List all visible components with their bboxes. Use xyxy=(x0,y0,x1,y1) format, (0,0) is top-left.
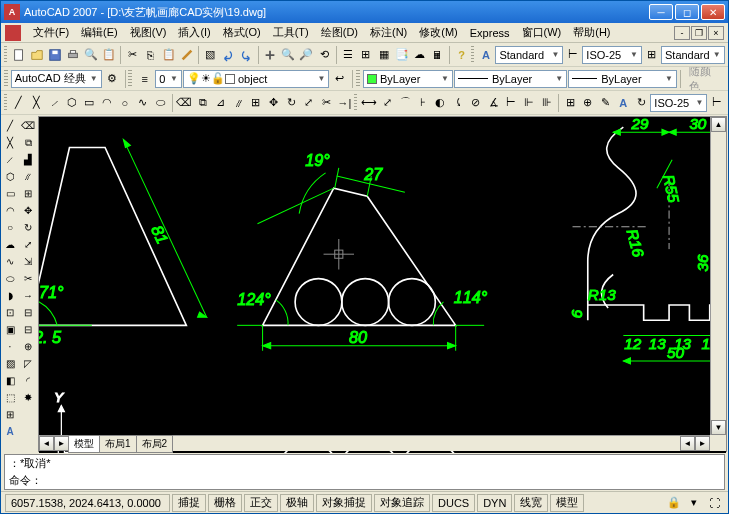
toolbar-grip[interactable] xyxy=(356,70,360,88)
toolbar-grip[interactable] xyxy=(4,94,7,112)
sheet-set-button[interactable]: 📑 xyxy=(393,45,410,65)
pline-button[interactable]: ⟋ xyxy=(46,93,63,113)
calculator-button[interactable]: 🖩 xyxy=(429,45,446,65)
ellipse-button-2[interactable]: ⬭ xyxy=(2,270,19,287)
scroll-right-button[interactable]: ► xyxy=(695,436,710,451)
break-button[interactable]: ⊟ xyxy=(20,321,37,338)
status-comm-icon[interactable]: 🔒 xyxy=(664,493,684,513)
zoom-window-button[interactable]: 🔎 xyxy=(298,45,315,65)
scale-button[interactable]: ⤢ xyxy=(301,93,318,113)
menu-express[interactable]: Express xyxy=(464,25,516,41)
mirror-button-2[interactable]: ▟ xyxy=(20,151,37,168)
menu-dimension[interactable]: 标注(N) xyxy=(364,23,413,42)
menu-tools[interactable]: 工具(T) xyxy=(267,23,315,42)
scroll-down-button[interactable]: ▼ xyxy=(711,420,726,435)
scrollbar-vertical[interactable]: ▲ ▼ xyxy=(710,117,726,435)
trim-button-2[interactable]: ✂ xyxy=(20,270,37,287)
mdi-restore-button[interactable]: ❐ xyxy=(691,26,707,40)
fillet-button[interactable]: ◜ xyxy=(20,372,37,389)
erase-button[interactable]: ⌫ xyxy=(175,93,193,113)
publish-button[interactable]: 📋 xyxy=(100,45,117,65)
dim-edit-button[interactable]: ✎ xyxy=(597,93,614,113)
extend-button-2[interactable]: → xyxy=(20,287,37,304)
ellipse-arc-button[interactable]: ◗ xyxy=(2,287,19,304)
paste-button[interactable]: 📋 xyxy=(160,45,177,65)
arc-button-2[interactable]: ◠ xyxy=(2,202,19,219)
redo-button[interactable] xyxy=(238,45,255,65)
quick-dim-button[interactable]: ⊢ xyxy=(503,93,520,113)
circle-button-2[interactable]: ○ xyxy=(2,219,19,236)
revcloud-button[interactable]: ☁ xyxy=(2,236,19,253)
array-button[interactable]: ⊞ xyxy=(248,93,265,113)
rotate-button-2[interactable]: ↻ xyxy=(20,219,37,236)
offset-button-2[interactable]: ⫽ xyxy=(20,168,37,185)
toolbar-grip[interactable] xyxy=(4,70,8,88)
dim-linear-button[interactable]: ⟷ xyxy=(360,93,378,113)
trim-button[interactable]: ✂ xyxy=(318,93,335,113)
open-button[interactable] xyxy=(28,45,45,65)
menu-format[interactable]: 格式(O) xyxy=(217,23,267,42)
clean-screen-button[interactable]: ⛶ xyxy=(704,493,724,513)
new-button[interactable] xyxy=(10,45,27,65)
copy-obj-button[interactable]: ⧉ xyxy=(194,93,211,113)
make-block-button[interactable]: ▣ xyxy=(2,321,19,338)
properties-button[interactable]: ☰ xyxy=(339,45,356,65)
table-style-combo[interactable]: Standard▼ xyxy=(661,46,725,64)
dim-update-button[interactable]: ↻ xyxy=(633,93,650,113)
offset-button[interactable]: ⫽ xyxy=(230,93,247,113)
pan-button[interactable] xyxy=(262,45,279,65)
menu-insert[interactable]: 插入(I) xyxy=(172,23,216,42)
array-button-2[interactable]: ⊞ xyxy=(20,185,37,202)
menu-window[interactable]: 窗口(W) xyxy=(516,23,568,42)
mdi-minimize-button[interactable]: - xyxy=(674,26,690,40)
toggle-model[interactable]: 模型 xyxy=(550,494,584,512)
cut-button[interactable]: ✂ xyxy=(124,45,141,65)
help-button[interactable]: ? xyxy=(453,45,470,65)
dim-style-manager-button[interactable]: ⊢ xyxy=(708,93,725,113)
stretch-button[interactable]: ⇲ xyxy=(20,253,37,270)
save-button[interactable] xyxy=(46,45,63,65)
toolbar-grip[interactable] xyxy=(354,94,357,112)
spline-button[interactable]: ∿ xyxy=(134,93,151,113)
dim-tedit-button[interactable]: A xyxy=(615,93,632,113)
hatch-button[interactable]: ▨ xyxy=(2,355,19,372)
command-window[interactable]: ：*取消* 命令： xyxy=(4,454,725,490)
mtext-button[interactable]: A xyxy=(2,423,19,440)
layer-properties-button[interactable]: ≡ xyxy=(135,69,154,89)
toggle-grid[interactable]: 栅格 xyxy=(208,494,242,512)
dim-jogged-button[interactable]: ⤹ xyxy=(450,93,467,113)
tool-palette-button[interactable]: ▦ xyxy=(375,45,392,65)
zoom-realtime-button[interactable]: 🔍 xyxy=(280,45,297,65)
dim-arc-button[interactable]: ⌒ xyxy=(397,93,414,113)
maximize-button[interactable]: ◻ xyxy=(675,4,699,20)
match-properties-button[interactable] xyxy=(178,45,195,65)
toggle-otrack[interactable]: 对象追踪 xyxy=(374,494,430,512)
workspace-combo[interactable]: AutoCAD 经典▼ xyxy=(11,70,102,88)
text-style-combo[interactable]: Standard▼ xyxy=(495,46,563,64)
xline-button[interactable]: ╳ xyxy=(28,93,45,113)
layer-state-combo[interactable]: 0▼ xyxy=(155,70,182,88)
print-button[interactable] xyxy=(64,45,81,65)
menu-help[interactable]: 帮助(H) xyxy=(567,23,616,42)
layer-combo[interactable]: 💡 ☀ 🔓 object ▼ xyxy=(183,70,329,88)
workspace-settings-button[interactable]: ⚙ xyxy=(103,69,122,89)
toggle-snap[interactable]: 捕捉 xyxy=(172,494,206,512)
dim-angular-button[interactable]: ∡ xyxy=(485,93,502,113)
dim-aligned-button[interactable]: ⤢ xyxy=(379,93,396,113)
point-button[interactable]: · xyxy=(2,338,19,355)
tab-layout2[interactable]: 布局2 xyxy=(136,435,174,453)
mdi-close-button[interactable]: × xyxy=(708,26,724,40)
center-mark-button[interactable]: ⊕ xyxy=(580,93,597,113)
table-style-icon[interactable]: ⊞ xyxy=(643,45,660,65)
toggle-ducs[interactable]: DUCS xyxy=(432,494,475,512)
toolbar-grip[interactable] xyxy=(4,46,7,64)
zoom-previous-button[interactable]: ⟲ xyxy=(316,45,333,65)
toggle-dyn[interactable]: DYN xyxy=(477,494,512,512)
polygon-button-2[interactable]: ⬡ xyxy=(2,168,19,185)
text-style-icon[interactable]: A xyxy=(477,45,494,65)
scale-button-2[interactable]: ⤢ xyxy=(20,236,37,253)
rectangle-button[interactable]: ▭ xyxy=(81,93,98,113)
insert-block-button[interactable]: ⊡ xyxy=(2,304,19,321)
drawing-area[interactable]: X Y 71° 81 2. 5 xyxy=(38,116,727,452)
minimize-button[interactable]: ─ xyxy=(649,4,673,20)
